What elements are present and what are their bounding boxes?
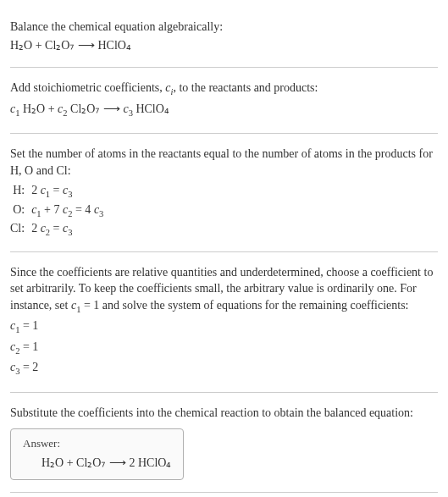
solve-r2: c2 = 1 <box>10 339 438 357</box>
section-coefficients: Add stoichiometric coefficients, ci, to … <box>10 68 438 134</box>
coeff-intro-a: Add stoichiometric coefficients, <box>10 81 165 94</box>
cl-mid: = <box>50 222 63 235</box>
cl-c3s: 3 <box>68 228 72 237</box>
hclo4-part: HClO₄ <box>133 102 169 115</box>
solve-r1: c1 = 1 <box>10 318 438 336</box>
row-cl-eq: 2 c2 = c3 <box>31 220 103 239</box>
solve-intro-b: = 1 and solve the system of equations fo… <box>80 299 408 312</box>
section-prompt: Balance the chemical equation algebraica… <box>10 7 438 68</box>
row-o-eq: c1 + 7 c2 = 4 c3 <box>31 202 103 220</box>
h-2: 2 <box>31 184 41 196</box>
row-o: O: c1 + 7 c2 = 4 c3 <box>10 202 103 220</box>
coeff-intro: Add stoichiometric coefficients, ci, to … <box>10 80 438 98</box>
row-h-label: H: <box>10 182 31 201</box>
prompt-equation: H₂O + Cl₂O₇ ⟶ HClO₄ <box>10 37 438 54</box>
h2o-part: H₂O + <box>19 102 58 115</box>
section-solve: Since the coefficients are relative quan… <box>10 252 438 393</box>
cl-2: 2 <box>31 222 41 235</box>
o-mid: = 4 <box>72 203 93 216</box>
r3-v: = 2 <box>19 361 38 373</box>
prompt-text: Balance the chemical equation algebraica… <box>10 19 438 36</box>
row-cl-label: Cl: <box>10 220 31 239</box>
h-mid: = <box>50 184 63 196</box>
answer-intro: Substitute the coefficients into the che… <box>10 405 438 422</box>
answer-equation: H₂O + Cl₂O₇ ⟶ 2 HClO₄ <box>23 455 171 472</box>
answer-box: Answer: H₂O + Cl₂O₇ ⟶ 2 HClO₄ <box>10 428 184 481</box>
section-answer: Substitute the coefficients into the che… <box>10 393 438 493</box>
section-atom-balance: Set the number of atoms in the reactants… <box>10 134 438 252</box>
balance-intro: Set the number of atoms in the reactants… <box>10 146 438 179</box>
balance-table: H: 2 c1 = c3 O: c1 + 7 c2 = 4 c3 Cl: 2 c… <box>10 182 103 239</box>
cl2o7-part: Cl₂O₇ ⟶ <box>68 102 124 115</box>
solve-intro: Since the coefficients are relative quan… <box>10 264 438 317</box>
row-h: H: 2 c1 = c3 <box>10 182 103 201</box>
answer-label: Answer: <box>23 436 171 451</box>
o-c3s: 3 <box>99 209 103 218</box>
o-plus: + 7 <box>41 203 63 216</box>
row-h-eq: 2 c1 = c3 <box>31 182 103 201</box>
row-o-label: O: <box>10 202 31 220</box>
h-c3s: 3 <box>68 190 72 199</box>
solve-r3: c3 = 2 <box>10 359 438 378</box>
coeff-intro-b: , to the reactants and products: <box>173 81 318 94</box>
r1-v: = 1 <box>19 319 38 332</box>
coeff-equation: c1 H₂O + c2 Cl₂O₇ ⟶ c3 HClO₄ <box>10 101 438 119</box>
row-cl: Cl: 2 c2 = c3 <box>10 220 103 239</box>
r2-v: = 1 <box>19 340 38 353</box>
